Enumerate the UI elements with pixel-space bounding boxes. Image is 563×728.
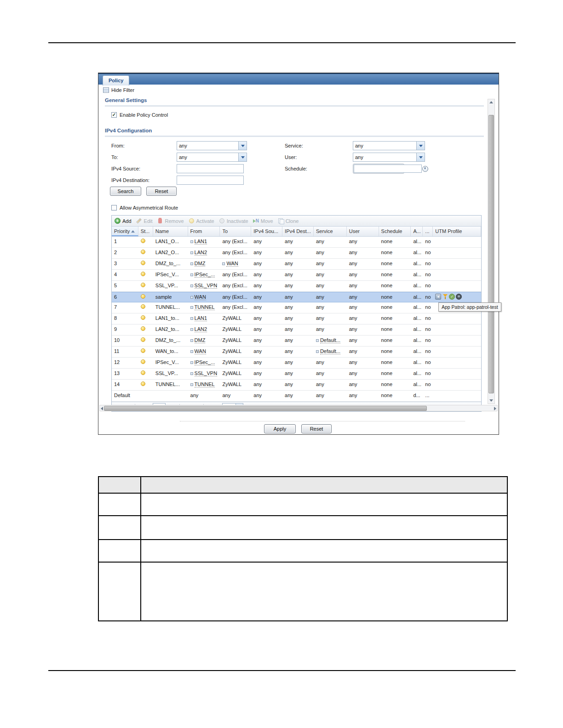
allow-asymmetrical-route-row[interactable]: Allow Asymmetrical Route <box>111 205 178 210</box>
policy-row-3[interactable]: 3DMZ_to_...DMZWANanyanyanyanynoneal...no <box>112 259 481 270</box>
column-header-10[interactable]: A... <box>411 227 423 236</box>
policy-row-14[interactable]: 14TUNNEL...TUNNELZyWALLanyanyanyanynonea… <box>112 380 481 391</box>
chevron-down-icon[interactable] <box>238 153 247 161</box>
tab-policy[interactable]: Policy <box>103 75 129 85</box>
ipv4-destination-input[interactable] <box>177 176 244 185</box>
user-cell: any <box>347 270 379 280</box>
scroll-up-icon[interactable] <box>489 101 493 103</box>
object-link[interactable]: TUNNEL <box>190 381 215 387</box>
user-cell: any <box>347 369 379 379</box>
filter-reset-button[interactable]: Reset <box>146 187 177 196</box>
policy-row-12[interactable]: 12IPSec_V...IPSec_...ZyWALLanyanyanyanyn… <box>112 358 481 369</box>
object-link[interactable]: TUNNEL <box>190 304 215 310</box>
horizontal-scroll-thumb[interactable] <box>104 406 427 411</box>
service-cell: any <box>314 259 347 269</box>
object-link[interactable]: IPSec_... <box>190 359 215 365</box>
column-header-12[interactable]: UTM Profile <box>433 227 481 236</box>
clone-button[interactable]: Clone <box>278 218 299 224</box>
ipv4-source-input[interactable] <box>177 164 244 173</box>
chevron-down-icon[interactable] <box>416 153 425 161</box>
service-select[interactable]: any <box>353 141 425 150</box>
object-link[interactable]: LAN1 <box>190 239 207 244</box>
user-select[interactable]: any <box>353 153 425 162</box>
object-link-label: DMZ <box>195 261 206 267</box>
object-link[interactable]: LAN1 <box>190 315 207 321</box>
column-header-1[interactable]: St... <box>138 227 153 236</box>
column-header-5[interactable]: IPv4 Sou... <box>251 227 282 236</box>
object-link[interactable]: LAN2 <box>190 250 207 255</box>
idp-icon[interactable] <box>456 294 462 300</box>
policy-row-10[interactable]: 10DMZ_to_...DMZZyWALLanyanyDefault...any… <box>112 336 481 347</box>
inactivate-button[interactable]: Inactivate <box>219 218 248 224</box>
object-link[interactable]: SSL_VPN <box>190 283 218 288</box>
schedule-field[interactable] <box>353 164 404 174</box>
column-header-3[interactable]: From <box>188 227 220 236</box>
schedule-cell: none <box>379 302 411 313</box>
object-link[interactable]: Default... <box>316 337 340 343</box>
to-cell: any (Excl... <box>220 248 251 258</box>
activate-button[interactable]: Activate <box>189 218 214 224</box>
object-link[interactable]: DMZ <box>190 337 206 343</box>
horizontal-scrollbar[interactable] <box>99 405 498 411</box>
policy-row-2[interactable]: 2LAN2_O...LAN2any (Excl...anyanyanyanyno… <box>112 248 481 259</box>
from-select[interactable]: any <box>177 141 247 150</box>
policy-row-13[interactable]: 13SSL_VP...SSL_VPNZyWALLanyanyanyanynone… <box>112 369 481 380</box>
policy-row-7[interactable]: 7TUNNEL...TUNNELany (Excl...anyanyanyany… <box>112 302 481 313</box>
policy-row-5[interactable]: 5SSL_VP...SSL_VPNany (Excl...anyanyanyan… <box>112 281 481 292</box>
object-link[interactable]: SSL_VPN <box>190 370 218 376</box>
schedule-input[interactable] <box>354 165 422 173</box>
edit-button[interactable]: Edit <box>136 218 153 224</box>
vertical-scrollbar[interactable] <box>488 99 495 404</box>
policy-row-1[interactable]: 1LAN1_O...LAN1any (Excl...anyanyanyanyno… <box>112 237 481 248</box>
enable-policy-control-row[interactable]: Enable Policy Control <box>111 112 168 118</box>
column-header-7[interactable]: Service <box>314 227 347 236</box>
column-header-11[interactable]: ... <box>423 227 433 236</box>
policy-row-4[interactable]: 4IPSec_V...IPSec_...any (Excl...anyanyan… <box>112 270 481 281</box>
remove-button[interactable]: Remove <box>157 218 184 224</box>
object-link[interactable]: DMZ <box>190 261 206 266</box>
name-cell: WAN_to... <box>153 347 188 357</box>
add-button[interactable]: Add <box>115 218 132 224</box>
to-select[interactable]: any <box>177 153 247 162</box>
to-cell: ZyWALL <box>220 380 251 390</box>
column-header-9[interactable]: Schedule <box>379 227 411 236</box>
object-link[interactable]: WAN <box>190 294 206 300</box>
vertical-scroll-thumb[interactable] <box>488 115 494 393</box>
hide-filter-button[interactable]: Hide Filter <box>103 87 134 93</box>
app-patrol-icon[interactable] <box>435 294 441 300</box>
scroll-down-icon[interactable] <box>489 399 493 402</box>
scroll-right-icon[interactable] <box>494 407 496 410</box>
enable-policy-checkbox[interactable] <box>111 112 117 118</box>
move-button[interactable]: Move <box>253 218 273 224</box>
ipv4-destination-cell: any <box>282 292 314 302</box>
object-link[interactable]: Default... <box>316 348 340 354</box>
policy-row-Default[interactable]: Defaultanyanyanyanyanyanynoned...... <box>112 391 481 402</box>
schedule-picker-button[interactable] <box>422 165 428 173</box>
chevron-down-icon[interactable] <box>416 142 425 150</box>
column-header-2[interactable]: Name <box>153 227 188 236</box>
policy-row-8[interactable]: 8LAN1_to...LAN1ZyWALLanyanyanyanynoneal.… <box>112 313 481 324</box>
anti-spam-icon[interactable] <box>449 294 455 300</box>
column-header-6[interactable]: IPv4 Dest... <box>282 227 314 236</box>
policy-row-9[interactable]: 9LAN2_to...LAN2ZyWALLanyanyanyanynoneal.… <box>112 324 481 336</box>
allow-asymmetrical-route-checkbox[interactable] <box>111 205 117 210</box>
column-header-0[interactable]: Priority <box>112 227 138 236</box>
object-link[interactable]: IPSec_... <box>190 272 215 277</box>
content-filter-icon[interactable] <box>442 294 448 300</box>
object-link[interactable]: WAN <box>222 261 238 266</box>
object-link[interactable]: WAN <box>190 348 206 354</box>
status-cell <box>138 248 153 258</box>
object-link[interactable]: LAN2 <box>190 326 207 332</box>
apply-button[interactable]: Apply <box>264 424 296 433</box>
scroll-left-icon[interactable] <box>101 407 103 410</box>
column-header-4[interactable]: To <box>220 227 251 236</box>
name-cell <box>153 391 188 401</box>
policy-row-11[interactable]: 11WAN_to...WANZyWALLanyanyDefault...anyn… <box>112 347 481 358</box>
to-cell: ZyWALL <box>220 324 251 335</box>
search-button[interactable]: Search <box>110 187 141 196</box>
policy-row-6[interactable]: 6sampleWANany (Excl...anyanyanyanynoneal… <box>112 292 481 302</box>
column-header-label: To <box>222 228 228 234</box>
footer-reset-button[interactable]: Reset <box>301 424 332 433</box>
column-header-8[interactable]: User <box>347 227 379 236</box>
chevron-down-icon[interactable] <box>238 142 247 150</box>
